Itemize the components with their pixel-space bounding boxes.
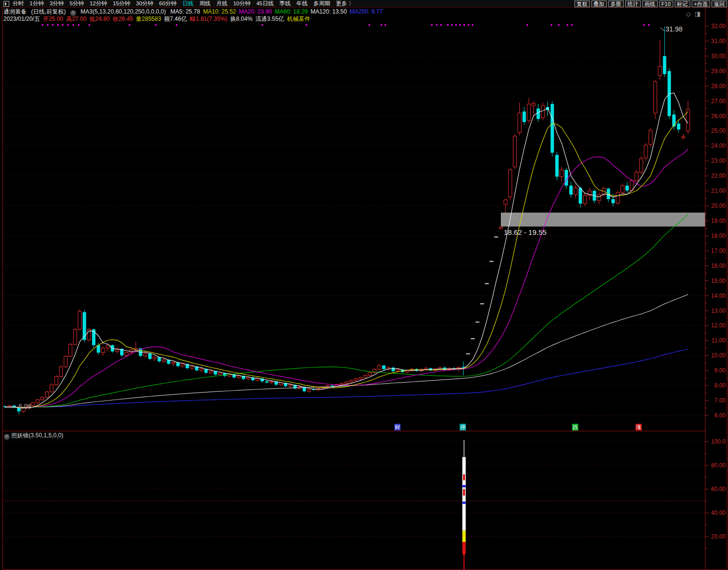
menu-item-15分钟[interactable]: 15分钟 xyxy=(113,0,130,7)
menu-item-3分钟[interactable]: 3分钟 xyxy=(49,0,63,7)
toolbar-button-画线[interactable]: 画线 xyxy=(642,0,658,7)
signal-dot xyxy=(129,24,130,26)
day-stats-row: 2023/01/20/五开25.00高27.00低24.80收26.45量285… xyxy=(3,15,313,23)
signal-dot xyxy=(447,24,449,26)
price-axis-label: 6.00 xyxy=(705,412,726,419)
low-price-annotation: ← 6.08 xyxy=(10,402,31,410)
signal-dot xyxy=(551,24,552,26)
price-axis-label: 29.00 xyxy=(705,68,726,75)
signal-dot xyxy=(89,24,90,26)
menu-item-年线[interactable]: 年线 xyxy=(296,0,308,7)
ma-legend-item: MA10: 25.52 xyxy=(203,8,236,15)
price-axis-label: 25.00 xyxy=(705,127,726,134)
toolbar-button-返回[interactable]: 返回 xyxy=(712,0,727,7)
price-axis-label: 20.00 xyxy=(705,202,726,209)
day-stat: 幅1.81(7.35%) xyxy=(190,15,227,22)
menu-item-月线[interactable]: 月线 xyxy=(216,0,227,7)
price-axis-label: 7.00 xyxy=(705,397,726,404)
menu-item-10分钟[interactable]: 10分钟 xyxy=(233,0,250,7)
signal-dot xyxy=(57,24,59,26)
signal-dot xyxy=(78,24,79,26)
day-stat: 低24.80 xyxy=(89,15,109,22)
signal-dot xyxy=(571,24,573,26)
price-axis-label: 16.00 xyxy=(705,262,726,269)
signal-dot xyxy=(306,24,307,26)
menu-item-12分钟[interactable]: 12分钟 xyxy=(90,0,107,7)
signal-dot xyxy=(73,24,74,26)
price-axis-label: 27.00 xyxy=(705,98,726,105)
signal-dot xyxy=(440,24,442,26)
signal-dot xyxy=(42,24,43,26)
menu-item-1分钟[interactable]: 1分钟 xyxy=(30,0,44,7)
toolbar-button-F10[interactable]: F10 xyxy=(659,0,673,7)
toolbar-button-复权[interactable]: 复权 xyxy=(574,0,590,7)
day-stat: 2023/01/20/五 xyxy=(3,15,40,22)
price-axis-label: 26.00 xyxy=(705,113,726,120)
signal-dot xyxy=(431,24,433,26)
period-label: (日线,前复权) xyxy=(31,8,65,15)
signal-dot xyxy=(52,24,53,26)
signal-dot xyxy=(464,24,465,26)
menu-item-季线[interactable]: 季线 xyxy=(279,0,291,7)
day-stat: 高27.00 xyxy=(66,15,86,22)
price-axis-label: 18.00 xyxy=(705,232,726,239)
price-axis-label: 19.00 xyxy=(705,217,726,224)
chevron-down-icon[interactable]: ˅ xyxy=(4,434,10,440)
signal-dot xyxy=(451,24,452,26)
toolbar-button-多股[interactable]: 多股 xyxy=(608,0,624,7)
menu-item-60分钟[interactable]: 60分钟 xyxy=(159,0,177,7)
price-axis-label: 30.00 xyxy=(705,53,726,60)
day-stat: 额7.46亿 xyxy=(164,15,187,22)
toolbar-button-叠加[interactable]: 叠加 xyxy=(591,0,607,7)
toolbar-button-+自选[interactable]: +自选 xyxy=(692,0,710,7)
event-marker-跌: 跌 xyxy=(572,424,578,431)
chart-canvas[interactable] xyxy=(0,0,728,570)
indicator-axis-label: 80.00 xyxy=(705,462,726,469)
day-stat: 量285583 xyxy=(136,15,161,22)
period-menu: 分时1分钟3分钟5分钟12分钟15分钟30分钟60分钟日线周线月线10分钟45日… xyxy=(13,0,354,7)
menu-item-周线[interactable]: 周线 xyxy=(199,0,210,7)
high-price-annotation: 31.98 xyxy=(666,25,682,33)
menu-item-分时[interactable]: 分时 xyxy=(13,0,24,7)
panel-icon[interactable]: ◨ xyxy=(695,10,704,17)
signal-dot xyxy=(67,24,69,26)
signal-dot xyxy=(567,24,568,26)
price-axis-label: 9.00 xyxy=(705,367,726,374)
toolbar-button-标记[interactable]: 标记 xyxy=(675,0,690,7)
signal-dot xyxy=(558,24,559,26)
toolbar-button-统计[interactable]: 统计 xyxy=(625,0,641,7)
event-marker-财: 财 xyxy=(394,424,401,431)
menu-item-多周期[interactable]: 多周期 xyxy=(313,0,330,7)
signal-dot xyxy=(369,24,370,26)
price-axis-label: 11.00 xyxy=(705,337,726,344)
ma-legend-item: MA20: 23.90 xyxy=(239,8,272,15)
event-marker-停: 停 xyxy=(460,424,466,431)
signal-dot xyxy=(527,24,528,26)
menu-bar: 分时1分钟3分钟5分钟12分钟15分钟30分钟60分钟日线周线月线10分钟45日… xyxy=(0,0,728,7)
event-marker-涨: 涨 xyxy=(635,424,642,431)
menu-item-更多 〉[interactable]: 更多 〉 xyxy=(336,0,355,7)
ma-legend: MA5: 25.78MA10: 25.52MA20: 23.90MA60: 18… xyxy=(170,8,386,15)
price-axis-label: 10.00 xyxy=(705,352,726,359)
signal-dot xyxy=(468,24,469,26)
menu-item-45日线[interactable]: 45日线 xyxy=(256,0,274,7)
ma-group-label: MA3(5,13,20,60,120,250,0,0,0,0) xyxy=(80,8,166,15)
stock-name: 通润装备 xyxy=(3,8,27,15)
ma-legend-item: MA60: 18.29 xyxy=(275,8,308,15)
indicator-axis-label: 40.00 xyxy=(705,509,726,516)
price-axis-label: 13.00 xyxy=(705,308,726,314)
window-icon[interactable] xyxy=(3,1,9,7)
menu-item-日线[interactable]: 日线 xyxy=(182,0,193,7)
diamond-icon[interactable]: ◇ xyxy=(686,10,695,17)
price-axis-label: 32.00 xyxy=(705,23,726,30)
price-axis-label: 8.00 xyxy=(705,382,726,389)
menu-item-5分钟[interactable]: 5分钟 xyxy=(70,0,84,7)
price-axis-label: 22.00 xyxy=(705,172,726,179)
signal-dot xyxy=(455,24,457,26)
day-stat: 流通3.55亿 xyxy=(255,15,284,22)
menu-item-30分钟[interactable]: 30分钟 xyxy=(136,0,154,7)
day-stat: 收26.45 xyxy=(113,15,133,22)
corner-icons[interactable]: ◇◨ xyxy=(686,10,704,17)
price-axis-label: 15.00 xyxy=(705,277,726,284)
price-axis-label: 28.00 xyxy=(705,83,726,90)
